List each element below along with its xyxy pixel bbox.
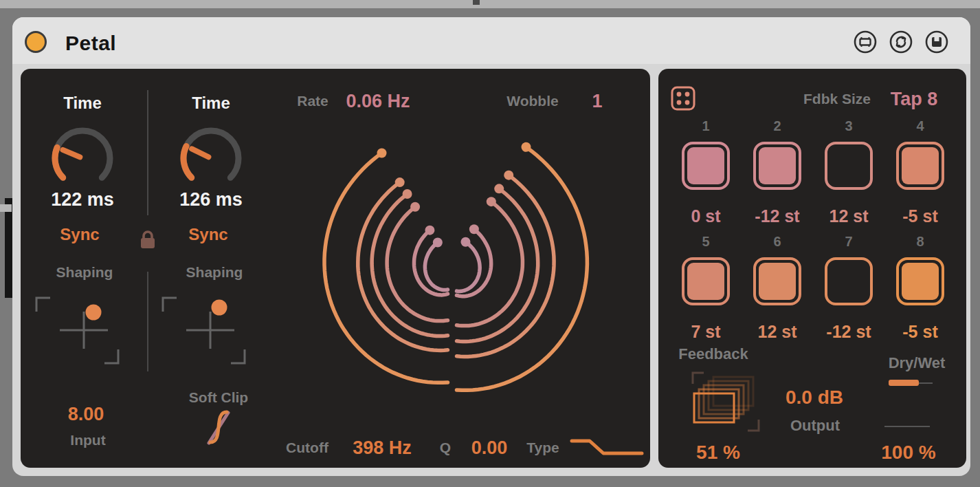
q-label: Q [440,440,451,456]
time-label-left: Time [63,94,102,113]
lowpass-filter-icon[interactable] [569,436,646,458]
tap-pad[interactable] [896,142,944,190]
feedback-value[interactable]: 51 % [696,442,740,464]
cutoff-value[interactable]: 398 Hz [353,437,412,459]
shaping-label-right: Shaping [186,264,243,281]
q-value[interactable]: 0.00 [471,437,508,459]
rate-value[interactable]: 0.06 Hz [346,91,410,112]
soft-clip-icon[interactable] [201,407,236,447]
output-value[interactable]: 0.0 dB [786,387,843,409]
tap-number: 8 [916,234,924,250]
sync-button-left[interactable]: Sync [60,225,99,244]
input-value[interactable]: 8.00 [68,404,104,425]
viewport-icon[interactable] [853,30,878,54]
tap-pad[interactable] [753,257,801,305]
tap-semitone-value[interactable]: 12 st [758,322,797,343]
time-value-right[interactable]: 126 ms [179,189,243,210]
device-title: Petal [65,32,116,55]
fdbk-size-label: Fdbk Size [803,91,871,107]
rate-label: Rate [297,93,328,109]
tap-cell: 612 st [753,234,801,343]
ableton-device-area: Petal [0,0,980,487]
wobble-label: Wobble [506,93,558,109]
tap-pad-fill [902,147,939,184]
taps-panel: Fdbk Size Tap 8 10 st2-12 st312 st4-5 st… [658,69,966,468]
cutoff-label: Cutoff [286,440,328,456]
tap-number: 1 [702,118,709,135]
channel-divider-top [147,90,148,215]
neighbor-device-notch [0,204,12,212]
tap-pad[interactable] [896,257,944,305]
tap-number: 6 [773,234,781,250]
time-label-right: Time [192,94,230,113]
output-slider-track[interactable] [884,426,930,427]
device-on-toggle[interactable] [25,31,47,53]
tap-semitone-value[interactable]: 7 st [691,322,720,343]
input-label: Input [70,432,105,448]
reload-icon[interactable] [889,30,913,54]
tap-number: 2 [773,118,781,135]
feedback-label: Feedback [678,345,748,363]
tap-number: 7 [845,234,852,250]
tap-number: 3 [845,118,852,135]
tap-cell: 4-5 st [896,118,944,227]
tap-cell: 8-5 st [896,234,944,343]
feedback-echo-icon[interactable] [686,366,766,437]
time-knob-right[interactable] [175,122,247,194]
main-panel: Time 122 ms Sync Shaping Time 126 ms Syn… [21,69,650,468]
tap-semitone-value[interactable]: -5 st [902,206,937,227]
time-value-left[interactable]: 122 ms [51,189,114,210]
tap-cell: 10 st [682,118,730,227]
shaping-xypad-left[interactable] [32,292,135,378]
tap-pad-fill [687,147,724,184]
tap-pad[interactable] [825,257,873,305]
tap-pad-fill [759,263,796,300]
tap-pad-fill [902,263,939,300]
shaping-label-left: Shaping [56,264,113,281]
tap-pad-fill [830,263,867,300]
wobble-value[interactable]: 1 [592,91,602,112]
channel-divider-bottom [147,272,148,371]
tap-cell: 312 st [825,118,873,227]
tap-pad[interactable] [682,142,730,190]
soft-clip-label: Soft Clip [189,389,248,406]
tap-semitone-value[interactable]: 0 st [691,206,720,227]
device-title-bar: Petal [12,17,970,64]
tap-pad[interactable] [825,142,873,190]
tap-cell: 57 st [682,234,730,343]
top-tick [473,0,480,5]
sync-button-right[interactable]: Sync [188,225,227,244]
device-frame: Petal [12,17,970,476]
tap-cell: 7-12 st [825,234,873,343]
tap-semitone-value[interactable]: -5 st [902,322,937,343]
filter-type-label: Type [526,440,559,456]
tap-number: 5 [702,234,709,250]
drywet-slider-handle[interactable] [889,380,919,386]
tap-pad-fill [759,147,796,184]
tap-semitone-value[interactable]: -12 st [826,322,871,343]
tap-pad[interactable] [753,142,801,190]
tap-pad[interactable] [682,257,730,305]
fdbk-size-value[interactable]: Tap 8 [891,89,938,110]
link-lock-icon[interactable] [138,228,157,250]
save-icon[interactable] [924,30,949,54]
tap-cell: 2-12 st [753,118,801,227]
tap-number: 4 [916,118,924,135]
drywet-label: Dry/Wet [889,354,946,372]
tap-pad-fill [830,147,867,184]
tap-pad-grid: 10 st2-12 st312 st4-5 st57 st612 st7-12 … [682,118,944,343]
time-knob-left[interactable] [47,122,118,194]
output-label: Output [790,417,840,435]
drywet-value[interactable]: 100 % [881,442,935,464]
dice-randomize-icon[interactable] [670,85,696,111]
tap-pad-fill [687,263,724,300]
shaping-xypad-right[interactable] [159,292,262,378]
tap-semitone-value[interactable]: 12 st [829,206,869,227]
tap-semitone-value[interactable]: -12 st [755,206,799,227]
top-strip [0,0,980,8]
